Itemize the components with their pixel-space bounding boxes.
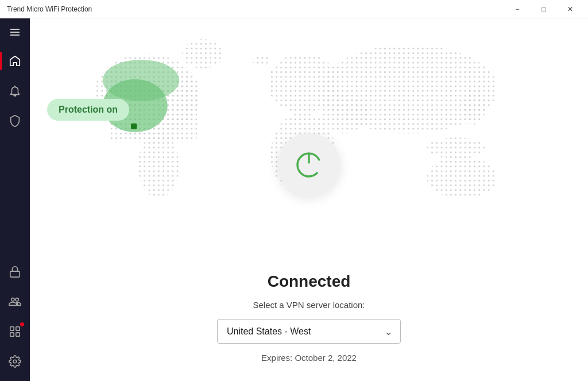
- title-bar: Trend Micro WiFi Protection − □ ✕: [0, 0, 588, 18]
- vpn-select-label: Select a VPN server location:: [253, 300, 365, 310]
- connected-label: Connected: [268, 272, 351, 291]
- svg-point-8: [13, 360, 17, 363]
- svg-rect-3: [10, 271, 20, 277]
- svg-rect-14: [131, 124, 137, 129]
- title-bar-controls: − □ ✕: [504, 0, 583, 18]
- app-title: Trend Micro WiFi Protection: [7, 5, 92, 13]
- maximize-button[interactable]: □: [531, 0, 557, 18]
- title-bar-left: Trend Micro WiFi Protection: [7, 5, 92, 13]
- svg-point-19: [321, 92, 368, 133]
- svg-point-22: [253, 55, 271, 67]
- svg-point-21: [182, 39, 223, 68]
- protection-badge: Protection on: [47, 99, 129, 121]
- power-button[interactable]: [277, 133, 341, 197]
- sidebar-item-notifications[interactable]: [0, 76, 30, 106]
- svg-rect-7: [16, 333, 20, 336]
- svg-rect-5: [16, 327, 20, 330]
- sidebar-nav: [0, 46, 30, 257]
- sidebar-item-shield[interactable]: [0, 106, 30, 136]
- svg-rect-4: [10, 327, 14, 330]
- bottom-content: Connected Select a VPN server location: …: [30, 272, 588, 381]
- vpn-select-wrapper: United States - WestUnited States - East…: [217, 319, 401, 344]
- sidebar: [0, 18, 30, 381]
- close-button[interactable]: ✕: [557, 0, 583, 18]
- svg-point-24: [427, 137, 486, 159]
- vpn-location-select[interactable]: United States - WestUnited States - East…: [217, 319, 401, 344]
- app-body: Protection on Connected Select a VPN ser…: [0, 18, 588, 381]
- svg-point-23: [462, 89, 486, 125]
- sidebar-bottom: [0, 257, 30, 381]
- sidebar-item-home[interactable]: [0, 46, 30, 76]
- world-map: [30, 18, 588, 243]
- svg-rect-6: [10, 333, 14, 336]
- power-button-container: [277, 133, 341, 197]
- sidebar-item-lock[interactable]: [0, 257, 30, 287]
- minimize-button[interactable]: −: [504, 0, 531, 18]
- sidebar-item-settings[interactable]: [0, 347, 30, 376]
- menu-button[interactable]: [0, 18, 30, 46]
- sidebar-item-add-user[interactable]: [0, 287, 30, 317]
- svg-point-13: [103, 60, 179, 101]
- svg-point-15: [138, 133, 179, 198]
- sidebar-item-apps[interactable]: [0, 317, 30, 347]
- main-content: Protection on Connected Select a VPN ser…: [30, 18, 588, 381]
- expires-text: Expires: October 2, 2022: [261, 353, 357, 363]
- notification-dot: [20, 322, 24, 326]
- svg-point-20: [427, 157, 497, 198]
